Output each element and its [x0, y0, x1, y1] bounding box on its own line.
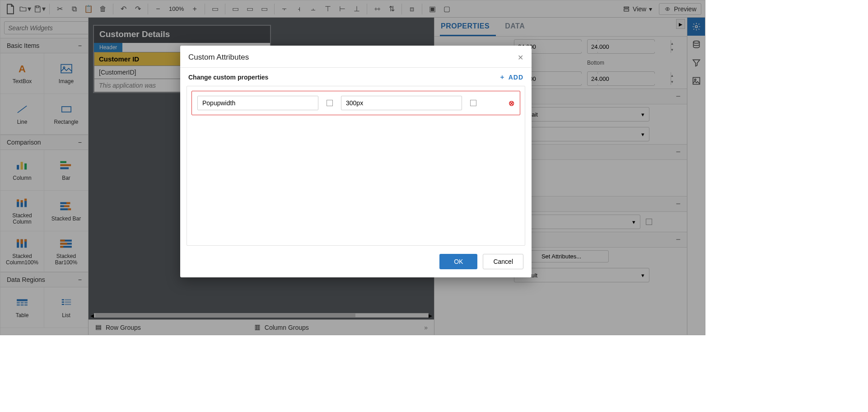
attribute-value-checkbox[interactable]	[470, 100, 476, 106]
dialog-subtitle: Change custom properties	[188, 74, 268, 81]
dialog-close-icon[interactable]: ✕	[518, 53, 523, 62]
attributes-list: ⊗	[187, 86, 525, 246]
dialog-title: Custom Attributes	[188, 53, 249, 62]
attribute-key-checkbox[interactable]	[327, 100, 333, 106]
attribute-row: ⊗	[191, 91, 520, 115]
delete-attribute-icon[interactable]: ⊗	[509, 99, 514, 108]
dialog-ok-button[interactable]: OK	[439, 254, 477, 269]
add-attribute-button[interactable]: ＋ADD	[499, 73, 523, 81]
attribute-key-input[interactable]	[197, 96, 318, 110]
dialog-cancel-button[interactable]: Cancel	[483, 254, 523, 269]
attribute-value-input[interactable]	[341, 96, 462, 110]
custom-attributes-dialog: Custom Attributes ✕ Change custom proper…	[180, 46, 532, 277]
plus-icon: ＋	[499, 73, 506, 81]
